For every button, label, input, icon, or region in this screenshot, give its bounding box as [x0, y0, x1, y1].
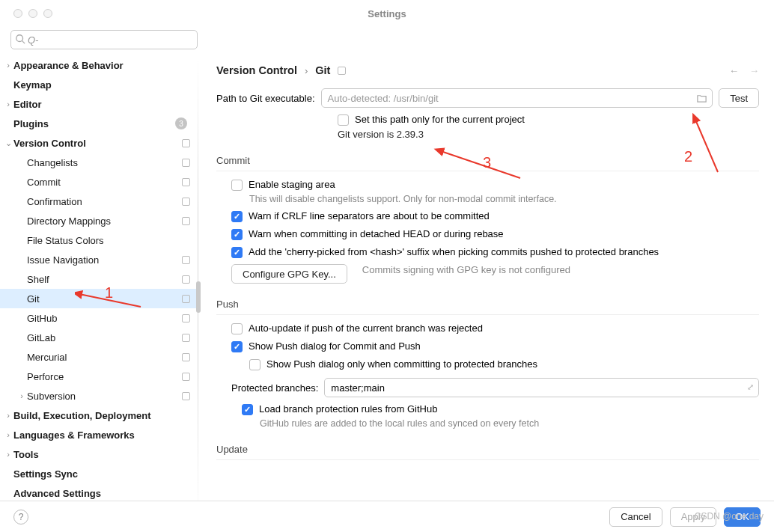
sidebar-item-label: Languages & Frameworks	[13, 429, 190, 441]
ok-button[interactable]: OK	[724, 507, 761, 527]
scope-icon	[182, 295, 190, 303]
auto-update-label: Auto-update if push of the current branc…	[249, 322, 483, 334]
warn-detached-checkbox[interactable]	[231, 229, 243, 240]
sidebar-item-label: Advanced Settings	[13, 488, 190, 499]
load-gh-rules-hint: GitHub rules are added to the local rule…	[260, 418, 759, 429]
sidebar-item-label: Plugins	[13, 118, 175, 129]
apply-button[interactable]: Apply	[670, 507, 717, 527]
sidebar-item-perforce[interactable]: Perforce	[0, 367, 198, 386]
sidebar-item-mercurial[interactable]: Mercurial	[0, 347, 198, 367]
scope-icon	[182, 353, 190, 361]
warn-crlf-label: Warn if CRLF line separators are about t…	[249, 210, 490, 221]
sidebar-item-label: Changelists	[27, 157, 182, 168]
push-section-header: Push	[216, 299, 759, 315]
commit-section-header: Commit	[216, 155, 759, 171]
scope-icon	[182, 159, 190, 167]
sidebar-item-settings-sync[interactable]: Settings Sync	[0, 464, 198, 483]
folder-icon[interactable]	[696, 93, 707, 106]
chevron-down-icon: ⌄	[3, 138, 13, 148]
git-path-label: Path to Git executable:	[216, 93, 315, 104]
warn-detached-label: Warn when committing in detached HEAD or…	[249, 228, 504, 239]
sidebar-item-label: Settings Sync	[13, 468, 190, 480]
minimize-window[interactable]	[28, 9, 37, 18]
chevron-right-icon: ›	[3, 100, 13, 108]
chevron-right-icon: ›	[3, 450, 13, 459]
protected-branches-input[interactable]: master;main ⤢	[324, 378, 759, 397]
gpg-hint: Commits signing with GPG key is not conf…	[362, 264, 570, 275]
search-input[interactable]	[10, 30, 198, 49]
sidebar-item-editor[interactable]: ›Editor	[0, 94, 198, 114]
scope-icon	[182, 334, 190, 342]
sidebar-item-github[interactable]: GitHub	[0, 308, 198, 328]
sidebar-item-label: Tools	[13, 449, 190, 460]
close-window[interactable]	[13, 9, 22, 18]
scope-icon	[182, 139, 190, 147]
sidebar-item-keymap[interactable]: Keymap	[0, 75, 198, 94]
set-path-current-label: Set this path only for the current proje…	[355, 114, 525, 125]
sidebar-item-gitlab[interactable]: GitLab	[0, 328, 198, 347]
chevron-right-icon: ›	[305, 65, 308, 76]
sidebar-item-appearance-behavior[interactable]: ›Appearance & Behavior	[0, 55, 198, 75]
sidebar-item-build-execution-deployment[interactable]: ›Build, Execution, Deployment	[0, 406, 198, 425]
enable-staging-hint: This will disable changelists support. O…	[249, 194, 759, 204]
sidebar-item-issue-navigation[interactable]: Issue Navigation	[0, 250, 198, 269]
show-push-dialog-checkbox[interactable]	[231, 341, 243, 352]
sidebar-item-file-status-colors[interactable]: File Status Colors	[0, 230, 198, 250]
cancel-button[interactable]: Cancel	[609, 507, 662, 527]
sidebar-item-label: Subversion	[27, 391, 182, 402]
svg-line-1	[22, 41, 25, 44]
badge: 3	[175, 117, 187, 129]
sidebar-item-label: Shelf	[27, 274, 182, 285]
sidebar-item-subversion[interactable]: ›Subversion	[0, 386, 198, 406]
git-version-text: Git version is 2.39.3	[338, 129, 759, 140]
sidebar-item-git[interactable]: Git	[0, 289, 198, 308]
sidebar-item-label: Editor	[13, 99, 190, 110]
scope-icon	[182, 256, 190, 264]
git-path-input[interactable]: Auto-detected: /usr/bin/git	[321, 88, 713, 108]
help-button[interactable]: ?	[13, 510, 28, 525]
sidebar-item-languages-frameworks[interactable]: ›Languages & Frameworks	[0, 425, 198, 444]
enable-staging-label: Enable staging area	[249, 179, 335, 190]
window-title: Settings	[368, 8, 406, 19]
scope-icon	[182, 314, 190, 322]
scope-icon	[182, 392, 190, 400]
load-gh-rules-checkbox[interactable]	[242, 404, 253, 415]
sidebar-item-tools[interactable]: ›Tools	[0, 444, 198, 464]
configure-gpg-button[interactable]: Configure GPG Key...	[231, 264, 347, 284]
protected-branches-label: Protected branches:	[231, 382, 318, 394]
scope-icon	[182, 217, 190, 225]
enable-staging-checkbox[interactable]	[231, 180, 243, 191]
sidebar-item-label: Build, Execution, Deployment	[13, 410, 190, 421]
sidebar-item-label: GitHub	[27, 313, 182, 324]
sidebar-item-version-control[interactable]: ⌄Version Control	[0, 133, 198, 153]
sidebar-item-label: Issue Navigation	[27, 254, 182, 266]
sidebar-item-label: Directory Mappings	[27, 215, 182, 227]
sidebar-item-label: Commit	[27, 177, 182, 188]
cherry-pick-checkbox[interactable]	[231, 247, 243, 258]
sidebar-item-label: Perforce	[27, 371, 182, 382]
set-path-current-checkbox[interactable]	[338, 114, 349, 126]
nav-forward-icon[interactable]: →	[749, 65, 759, 76]
expand-icon[interactable]: ⤢	[747, 382, 754, 392]
sidebar-item-label: Version Control	[13, 138, 182, 149]
nav-back-icon[interactable]: ←	[729, 65, 739, 76]
warn-crlf-checkbox[interactable]	[231, 211, 243, 222]
sidebar-item-plugins[interactable]: Plugins3	[0, 114, 198, 133]
svg-point-0	[16, 35, 23, 42]
sidebar-item-commit[interactable]: Commit	[0, 172, 198, 192]
sidebar-item-label: Git	[27, 293, 182, 305]
sidebar-item-directory-mappings[interactable]: Directory Mappings	[0, 211, 198, 230]
breadcrumb-root: Version Control	[216, 64, 297, 76]
show-push-dialog-protected-checkbox[interactable]	[249, 359, 260, 370]
update-section-header: Update	[216, 444, 759, 460]
sidebar-item-changelists[interactable]: Changelists	[0, 153, 198, 172]
sidebar-item-shelf[interactable]: Shelf	[0, 269, 198, 289]
test-button[interactable]: Test	[719, 88, 759, 108]
chevron-right-icon: ›	[3, 411, 13, 420]
sidebar-tree: ›Appearance & BehaviorKeymap›EditorPlugi…	[0, 54, 198, 528]
sidebar-item-confirmation[interactable]: Confirmation	[0, 192, 198, 211]
show-push-dialog-protected-label: Show Push dialog only when committing to…	[266, 358, 537, 370]
zoom-window[interactable]	[43, 9, 52, 18]
auto-update-checkbox[interactable]	[231, 323, 243, 334]
scope-icon	[182, 198, 190, 206]
